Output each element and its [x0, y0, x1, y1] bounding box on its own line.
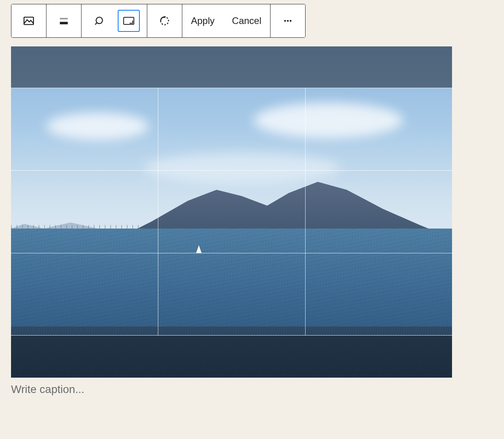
apply-button[interactable]: Apply — [182, 4, 223, 38]
svg-rect-2 — [60, 22, 68, 24]
image-block-button[interactable] — [11, 4, 46, 38]
zoom-button[interactable] — [90, 12, 107, 30]
more-options-icon — [282, 15, 293, 26]
image-preview — [11, 46, 452, 378]
cancel-label: Cancel — [232, 15, 261, 26]
apply-label: Apply — [191, 15, 215, 26]
aspect-ratio-button[interactable] — [118, 10, 140, 32]
align-button[interactable] — [46, 4, 81, 38]
align-icon — [58, 15, 70, 27]
zoom-icon — [93, 15, 104, 26]
rotate-button[interactable] — [147, 4, 182, 38]
svg-line-4 — [95, 22, 97, 24]
crop-dim-top — [11, 46, 452, 88]
block-toolbar: Apply Cancel — [11, 4, 306, 38]
image-icon — [22, 15, 35, 27]
rotate-icon — [159, 15, 170, 27]
svg-point-6 — [284, 20, 286, 22]
caption-input[interactable] — [11, 383, 493, 396]
svg-point-7 — [287, 20, 289, 22]
more-options-button[interactable] — [271, 4, 305, 38]
cancel-button[interactable]: Cancel — [223, 4, 270, 38]
svg-rect-1 — [60, 18, 68, 20]
image-crop-area[interactable] — [11, 46, 452, 378]
crop-dim-bottom — [11, 335, 452, 378]
svg-point-8 — [289, 20, 291, 22]
aspect-ratio-icon — [123, 16, 135, 26]
